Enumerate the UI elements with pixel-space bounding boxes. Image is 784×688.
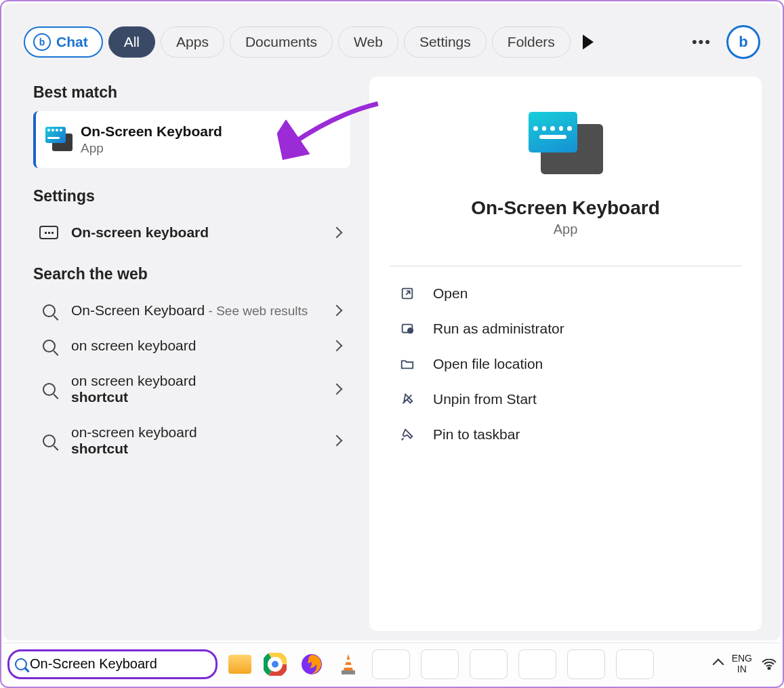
svg-point-2 [408, 328, 413, 333]
tab-documents[interactable]: Documents [230, 26, 333, 58]
best-match-title: On-Screen Keyboard [81, 123, 222, 140]
more-tabs-arrow-icon[interactable] [583, 35, 594, 49]
taskbar-running-app[interactable] [518, 649, 556, 679]
settings-result-item[interactable]: On-screen keyboard [33, 215, 350, 250]
search-icon [39, 432, 59, 449]
pin-icon [399, 426, 415, 443]
tab-web[interactable]: Web [338, 26, 398, 58]
best-match-heading: Best match [33, 83, 350, 102]
detail-title: On-Screen Keyboard [471, 197, 660, 219]
svg-point-13 [768, 667, 770, 669]
firefox-icon[interactable] [299, 651, 325, 677]
chevron-right-icon [331, 384, 343, 395]
action-pin-taskbar[interactable]: Pin to taskbar [399, 426, 741, 443]
best-match-result[interactable]: On-Screen Keyboard App [33, 111, 350, 168]
divider [390, 266, 741, 266]
search-web-heading: Search the web [33, 265, 350, 283]
detail-subtitle: App [554, 222, 578, 237]
results-list-column: Best match On-Screen Keyboard App Settin… [13, 77, 369, 631]
onscreen-keyboard-large-icon [529, 112, 603, 174]
web-result-item[interactable]: on screen keyboardshortcut [33, 363, 350, 415]
chrome-icon[interactable] [262, 651, 288, 677]
web-result-item[interactable]: on-screen keyboardshortcut [33, 415, 350, 466]
shield-icon [399, 321, 415, 337]
tab-folders[interactable]: Folders [492, 26, 571, 58]
taskbar-running-app[interactable] [421, 649, 459, 679]
bing-chat-icon: b [33, 33, 51, 51]
chevron-right-icon [331, 305, 343, 317]
language-indicator[interactable]: ENG IN [732, 653, 752, 674]
svg-rect-12 [342, 670, 355, 674]
chat-button[interactable]: b Chat [24, 26, 103, 58]
search-results-panel: b Chat All Apps Documents Web Settings F… [3, 3, 781, 641]
tab-apps[interactable]: Apps [161, 26, 224, 58]
chat-label: Chat [56, 34, 88, 50]
taskbar-running-app[interactable] [470, 649, 508, 679]
tray-expand-icon[interactable] [712, 658, 724, 670]
taskbar-running-app[interactable] [616, 649, 654, 679]
tab-all[interactable]: All [108, 26, 155, 58]
detail-pane: On-Screen Keyboard App Open Run as admin… [369, 77, 762, 631]
web-result-item[interactable]: On-Screen Keyboard - See web results [33, 293, 350, 328]
wifi-icon[interactable] [762, 659, 777, 670]
search-icon [15, 658, 27, 670]
action-list: Open Run as administrator Open file loca… [390, 285, 741, 443]
action-unpin-start[interactable]: Unpin from Start [399, 391, 741, 407]
action-run-admin[interactable]: Run as administrator [399, 321, 741, 337]
chevron-right-icon [331, 340, 343, 352]
taskbar-search-box[interactable] [7, 649, 218, 679]
svg-rect-11 [344, 665, 352, 668]
search-icon [39, 381, 59, 397]
settings-item-label: On-screen keyboard [71, 224, 209, 240]
taskbar-search-input[interactable] [30, 656, 210, 672]
search-icon [39, 338, 59, 354]
overflow-menu-icon[interactable]: ••• [682, 33, 721, 51]
unpin-icon [399, 391, 415, 407]
best-match-subtitle: App [81, 141, 222, 156]
chevron-right-icon [331, 227, 343, 239]
open-icon [399, 285, 415, 302]
onscreen-keyboard-icon [45, 127, 71, 153]
bing-logo-icon[interactable]: b [726, 25, 760, 59]
taskbar-running-app[interactable] [372, 649, 410, 679]
taskbar-running-app[interactable] [567, 649, 605, 679]
file-explorer-icon[interactable] [228, 655, 251, 674]
taskbar: ENG IN [3, 643, 781, 685]
web-result-item[interactable]: on screen keyboard [33, 328, 350, 363]
folder-icon [399, 356, 415, 372]
action-open-location[interactable]: Open file location [399, 356, 741, 372]
vlc-icon[interactable] [335, 651, 361, 677]
settings-heading: Settings [33, 187, 350, 205]
svg-rect-10 [346, 660, 351, 662]
action-open[interactable]: Open [399, 285, 741, 302]
search-icon [39, 302, 59, 319]
tab-settings[interactable]: Settings [404, 26, 487, 58]
chevron-right-icon [331, 435, 343, 447]
keyboard-icon [39, 224, 59, 241]
filter-tabs-row: b Chat All Apps Documents Web Settings F… [13, 25, 771, 59]
